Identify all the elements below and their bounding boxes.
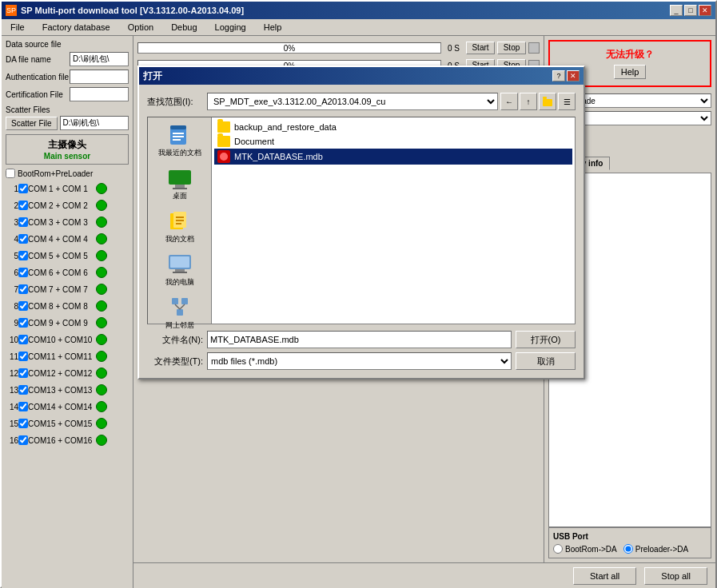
dialog-title-text: 打开 <box>143 70 162 83</box>
svg-rect-12 <box>176 217 184 218</box>
file-name-document: Document <box>234 137 274 146</box>
filename-label: 文件名(N): <box>147 334 203 346</box>
file-list: backup_and_restore_data Document MTK_DAT… <box>212 117 575 324</box>
svg-rect-16 <box>170 256 189 268</box>
dialog-open-button[interactable]: 打开(O) <box>516 331 576 348</box>
dialog-help-btn[interactable]: ? <box>552 70 565 81</box>
computer-icon[interactable]: 我的电脑 <box>153 251 205 290</box>
filename-row: 文件名(N): 打开(O) <box>147 331 576 348</box>
main-window: SP SP Multi-port download tool [V3.1312.… <box>0 0 717 588</box>
svg-rect-20 <box>181 298 188 304</box>
dialog-content: 查找范围(I): SP_MDT_exe_v3.1312.00_A2013.04.… <box>139 85 584 378</box>
file-nav-left: 我最近的文档 桌面 <box>148 117 212 324</box>
desktop-icon[interactable]: 桌面 <box>153 165 205 204</box>
nav-view-btn[interactable]: ☰ <box>558 93 576 110</box>
filename-input[interactable] <box>207 331 512 348</box>
svg-rect-7 <box>169 170 191 185</box>
network-label: 网上邻居 <box>165 320 194 331</box>
svg-rect-13 <box>176 220 184 221</box>
svg-rect-6 <box>173 139 181 141</box>
svg-rect-1 <box>543 97 547 99</box>
file-item-mdb[interactable]: MTK_DATABASE.mdb <box>214 149 572 165</box>
file-item-backup[interactable]: backup_and_restore_data <box>214 120 572 134</box>
dialog-overlay: 打开 ? ✕ 查找范围(I): SP_MDT_exe_v3.1312.00_A2… <box>2 2 715 586</box>
recent-icon[interactable]: 我最近的文档 <box>153 121 205 161</box>
path-bar: SP_MDT_exe_v3.1312.00_A2013.04.09_cu ← ↑ <box>207 93 576 110</box>
svg-line-22 <box>175 304 180 309</box>
nav-buttons: ← ↑ ☰ <box>500 93 576 110</box>
network-icon[interactable]: 网上邻居 <box>153 294 205 333</box>
svg-rect-19 <box>172 298 178 304</box>
svg-rect-5 <box>173 136 184 137</box>
file-browser: 我最近的文档 桌面 <box>147 117 576 324</box>
look-in-row: 查找范围(I): SP_MDT_exe_v3.1312.00_A2013.04.… <box>147 93 576 110</box>
db-icon <box>217 150 230 163</box>
dialog-close-btn[interactable]: ✕ <box>567 70 580 81</box>
nav-new-folder-btn[interactable] <box>539 93 556 110</box>
db-icon-inner <box>220 153 228 161</box>
folder-icon-2 <box>217 136 230 147</box>
svg-rect-8 <box>175 185 185 188</box>
documents-label: 我的文档 <box>165 234 194 244</box>
documents-icon[interactable]: 我的文档 <box>153 208 205 247</box>
look-in-label: 查找范围(I): <box>147 96 203 108</box>
file-name-mdb: MTK_DATABASE.mdb <box>234 152 323 161</box>
svg-rect-18 <box>173 272 187 273</box>
filetype-select[interactable]: mdb files (*.mdb) <box>207 352 512 370</box>
svg-rect-3 <box>170 125 186 129</box>
svg-rect-17 <box>175 269 185 272</box>
desktop-label: 桌面 <box>173 191 187 201</box>
svg-line-23 <box>180 304 185 309</box>
dialog-cancel-button[interactable]: 取消 <box>516 352 576 370</box>
dialog-bottom: 文件名(N): 打开(O) 文件类型(T): mdb files (*.mdb)… <box>147 331 576 370</box>
nav-up-btn[interactable]: ↑ <box>520 93 537 110</box>
filetype-label: 文件类型(T): <box>147 356 203 368</box>
nav-back-btn[interactable]: ← <box>500 93 518 110</box>
filetype-row: 文件类型(T): mdb files (*.mdb) 取消 <box>147 352 576 370</box>
open-dialog: 打开 ? ✕ 查找范围(I): SP_MDT_exe_v3.1312.00_A2… <box>137 66 585 379</box>
svg-rect-14 <box>176 223 181 224</box>
computer-label: 我的电脑 <box>165 277 194 288</box>
file-name-backup: backup_and_restore_data <box>234 122 337 132</box>
recent-label: 我最近的文档 <box>158 148 201 158</box>
dialog-title-buttons: ? ✕ <box>552 70 580 81</box>
path-select[interactable]: SP_MDT_exe_v3.1312.00_A2013.04.09_cu <box>207 93 498 110</box>
svg-rect-21 <box>177 309 183 316</box>
file-item-document[interactable]: Document <box>214 134 572 149</box>
dialog-title-bar: 打开 ? ✕ <box>139 67 584 85</box>
folder-icon <box>217 121 230 133</box>
svg-rect-4 <box>173 133 184 134</box>
svg-rect-9 <box>173 188 187 189</box>
svg-rect-0 <box>543 99 552 106</box>
